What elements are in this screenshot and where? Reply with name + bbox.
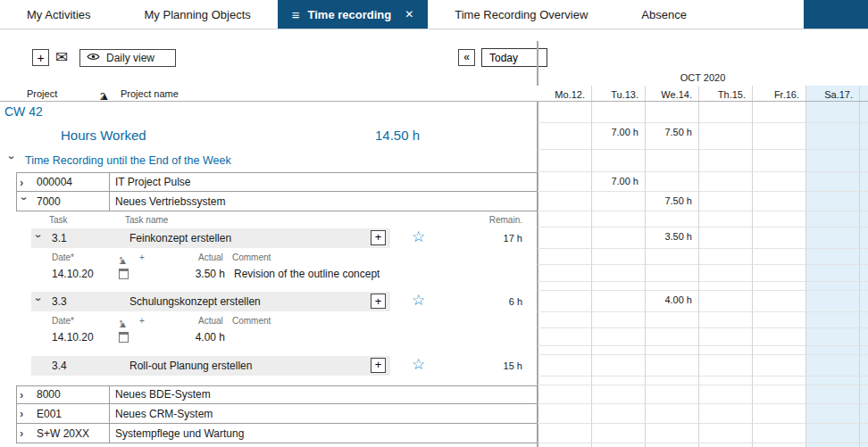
favorite-star-icon[interactable]: ☆	[412, 293, 425, 308]
day-cell-th[interactable]	[698, 404, 752, 424]
day-cell-mo[interactable]	[538, 424, 591, 443]
day-cell-sa[interactable]	[805, 385, 859, 405]
day-cell-fr[interactable]	[752, 265, 805, 283]
project-name-cell[interactable]: Neues CRM-System	[110, 404, 537, 423]
day-cell-tu[interactable]	[591, 328, 645, 346]
day-cell-we[interactable]	[645, 265, 698, 283]
tab-absence[interactable]: Absence	[614, 0, 714, 29]
day-cell-we[interactable]	[645, 172, 698, 192]
project-id-cell[interactable]: ›S+W 20XX	[17, 424, 110, 443]
project-id-cell[interactable]: ›8000	[17, 386, 110, 404]
day-cell-th[interactable]	[698, 355, 752, 377]
chevron-down-icon[interactable]: ›	[6, 155, 18, 164]
previous-week-button[interactable]: «	[458, 49, 475, 66]
day-cell-mo[interactable]	[538, 328, 591, 346]
day-cell-we[interactable]: 4.00 h	[645, 291, 698, 312]
day-cell-th[interactable]	[698, 265, 752, 283]
entry-date[interactable]: 14.10.20	[52, 331, 94, 344]
day-cell-th[interactable]	[698, 328, 752, 346]
project-id-cell[interactable]: ›E001	[17, 404, 110, 423]
task-name[interactable]: Schulungskonzept erstellen	[129, 295, 261, 308]
entry-date[interactable]: 14.10.20	[52, 268, 94, 280]
day-cell-sa[interactable]	[805, 404, 859, 424]
day-cell-mo[interactable]	[538, 192, 591, 211]
mail-icon[interactable]: ✉	[55, 48, 68, 67]
project-name-cell[interactable]: Systempflege und Wartung	[110, 424, 537, 443]
chevron-right-icon[interactable]: ›	[20, 389, 29, 401]
project-name-cell[interactable]: IT Project Pulse	[110, 173, 537, 191]
day-cell-tu[interactable]	[591, 385, 645, 405]
day-cell-we[interactable]	[645, 404, 698, 424]
day-cell-we[interactable]: 7.50 h	[645, 192, 698, 211]
add-booking-button[interactable]: +	[371, 294, 386, 309]
add-booking-button[interactable]: +	[371, 230, 386, 245]
day-cell-fr[interactable]	[752, 424, 805, 443]
day-cell-fr[interactable]	[752, 192, 805, 211]
day-cell-sa[interactable]	[805, 328, 859, 346]
day-cell-tu[interactable]	[591, 355, 645, 377]
day-cell-th[interactable]	[698, 424, 752, 443]
day-cell-tu[interactable]	[591, 404, 645, 424]
day-cell-tu[interactable]	[591, 265, 645, 283]
project-name-cell[interactable]: Neues Vertriebssystem	[110, 192, 537, 211]
add-entry-icon[interactable]: +	[139, 316, 145, 326]
day-cell-fr[interactable]	[752, 228, 805, 249]
entry-actual-hours[interactable]: 4.00 h	[175, 331, 225, 344]
tab-my-planning-objects[interactable]: My Planning Objects	[118, 0, 278, 29]
day-cell-tu[interactable]: 7.00 h	[591, 172, 645, 192]
entry-comment[interactable]: Revision of the outline concept	[234, 268, 380, 280]
chevron-right-icon[interactable]: ›	[20, 408, 29, 419]
task-name[interactable]: Feinkonzept erstellen	[129, 232, 231, 244]
project-id-cell[interactable]: ›7000	[17, 192, 110, 211]
calendar-picker-icon[interactable]	[119, 332, 129, 343]
day-cell-th[interactable]	[698, 291, 752, 312]
day-cell-sa[interactable]	[805, 172, 859, 192]
day-cell-sa[interactable]	[805, 291, 859, 312]
project-id-cell[interactable]: ›000004	[17, 173, 110, 191]
day-cell-tu[interactable]	[591, 291, 645, 312]
tab-my-activities[interactable]: My Activities	[0, 0, 118, 29]
day-cell-tu[interactable]	[591, 228, 645, 249]
favorite-star-icon[interactable]: ☆	[412, 229, 425, 244]
chevron-down-icon[interactable]: ›	[19, 197, 30, 206]
day-cell-th[interactable]	[698, 385, 752, 405]
tab-time-recording[interactable]: ≡ Time recording ✕	[278, 0, 429, 29]
day-cell-mo[interactable]	[538, 172, 591, 192]
day-cell-tu[interactable]	[591, 192, 645, 211]
day-cell-mo[interactable]	[538, 355, 591, 377]
chevron-down-icon[interactable]: ›	[33, 234, 45, 243]
entry-actual-hours[interactable]: 3.50 h	[175, 268, 225, 280]
chevron-down-icon[interactable]: ›	[33, 298, 45, 307]
day-cell-tu[interactable]	[591, 424, 645, 443]
day-cell-fr[interactable]	[752, 404, 805, 424]
favorite-star-icon[interactable]: ☆	[412, 357, 425, 372]
tab-time-recording-overview[interactable]: Time Recording Overview	[428, 0, 614, 29]
day-cell-sa[interactable]	[805, 192, 859, 211]
day-cell-sa[interactable]	[805, 228, 859, 249]
day-cell-th[interactable]	[698, 228, 752, 249]
day-cell-mo[interactable]	[538, 265, 591, 283]
day-cell-mo[interactable]	[538, 385, 591, 405]
day-cell-sa[interactable]	[805, 265, 859, 283]
add-button[interactable]: +	[32, 49, 49, 66]
day-cell-mo[interactable]	[538, 228, 591, 249]
day-cell-th[interactable]	[698, 172, 752, 192]
day-cell-we[interactable]	[645, 424, 698, 443]
day-cell-fr[interactable]	[752, 385, 805, 405]
chevron-right-icon[interactable]: ›	[20, 177, 29, 188]
close-tab-icon[interactable]: ✕	[405, 8, 413, 21]
task-name[interactable]: Roll-out Planung erstellen	[129, 360, 252, 372]
day-cell-we[interactable]: 3.50 h	[645, 228, 698, 249]
day-cell-fr[interactable]	[752, 328, 805, 346]
add-booking-button[interactable]: +	[371, 358, 386, 373]
day-cell-we[interactable]	[645, 328, 698, 346]
day-cell-sa[interactable]	[805, 355, 859, 377]
day-cell-we[interactable]	[645, 385, 698, 405]
day-cell-sa[interactable]	[805, 424, 859, 443]
add-entry-icon[interactable]: +	[139, 252, 145, 262]
chevron-right-icon[interactable]: ›	[20, 427, 29, 439]
day-cell-th[interactable]	[698, 192, 752, 211]
calendar-picker-icon[interactable]	[119, 269, 129, 279]
day-cell-mo[interactable]	[538, 404, 591, 424]
day-cell-mo[interactable]	[538, 291, 591, 312]
